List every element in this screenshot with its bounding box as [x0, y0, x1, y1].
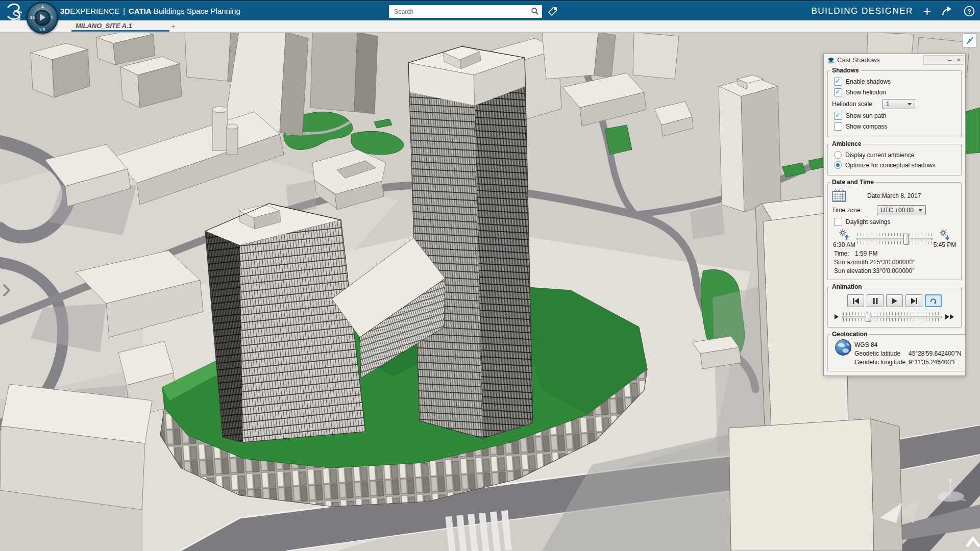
application-window: ♟ 3D ✎ V.R 3DEXPERIENCE|CATIA Buildings …	[0, 0, 980, 551]
shadows-group: Shadows Enable shadows Show heliodon Hel…	[827, 67, 962, 137]
add-content-button[interactable]: +	[923, 6, 931, 17]
search-icon[interactable]	[531, 7, 539, 15]
optimize-shadows-label: Optimize for conceptual shadows	[845, 162, 936, 169]
new-tab-button[interactable]: +	[171, 21, 176, 30]
datetime-group: Date and Time Date:March 8, 2017 Time zo…	[827, 179, 962, 280]
globe-icon	[835, 339, 852, 356]
current-ambience-row[interactable]: Display current ambience	[834, 151, 957, 159]
tab-label: MILANO_SITE A.1	[76, 22, 132, 30]
slider-ticks	[857, 233, 932, 236]
compass-north-icon[interactable]: ♟	[41, 5, 45, 9]
show-heliodon-row[interactable]: Show heliodon	[834, 88, 957, 96]
datetime-legend: Date and Time	[830, 179, 875, 186]
date-value: Date:March 8, 2017	[867, 192, 921, 199]
app-catia: CATIA	[129, 7, 152, 15]
enable-shadows-row[interactable]: Enable shadows	[834, 78, 957, 86]
brand-experience: EXPERIENCE	[70, 7, 119, 15]
app-name: Buildings Space Planning	[154, 7, 240, 15]
sunrise-time: 6:30 AM	[833, 241, 855, 248]
enable-shadows-checkbox[interactable]	[834, 78, 842, 86]
shadows-legend: Shadows	[830, 67, 861, 74]
current-ambience-label: Display current ambience	[845, 152, 914, 159]
panel-controls: – ×	[923, 55, 964, 65]
minimize-button[interactable]: –	[948, 57, 951, 63]
show-heliodon-checkbox[interactable]	[834, 88, 842, 96]
show-sunpath-checkbox[interactable]	[834, 112, 842, 120]
tag-icon[interactable]	[547, 6, 558, 17]
role-title: BUILDING DESIGNER	[812, 6, 913, 16]
optimize-shadows-radio[interactable]	[834, 161, 842, 169]
timezone-select[interactable]: UTC +00:00	[877, 205, 926, 215]
latitude-label: Geodetic latitude	[854, 350, 909, 357]
longitude-value: 9°11'35.246400"E	[909, 359, 957, 366]
tab-milano-site[interactable]: MILANO_SITE A.1	[71, 20, 169, 32]
animation-legend: Animation	[830, 283, 864, 290]
heliodon-scale-select[interactable]: 1	[883, 99, 915, 109]
daylight-savings-label: Daylight savings	[846, 218, 890, 226]
help-button[interactable]: ?	[964, 6, 975, 17]
speed-slider-thumb[interactable]	[866, 313, 871, 322]
right-tower	[408, 45, 533, 438]
longitude-label: Geodetic longitude	[854, 359, 909, 366]
cream-building	[729, 418, 902, 551]
3ds-logo[interactable]	[4, 3, 26, 21]
sunset-icon	[939, 229, 951, 241]
panel-title-bar[interactable]: Cast Shadows – ×	[824, 54, 965, 66]
slider-ticks	[843, 312, 941, 315]
time-slider-thumb[interactable]	[903, 234, 909, 245]
compass-east-icon[interactable]: ✎	[51, 15, 54, 20]
active-tab-underline	[71, 30, 169, 32]
compass-center[interactable]	[34, 10, 51, 26]
left-tower	[205, 204, 365, 442]
daylight-savings-row[interactable]: Daylight savings	[834, 218, 957, 226]
collapse-view-button[interactable]	[963, 33, 977, 47]
pause-button[interactable]	[867, 294, 884, 307]
calendar-icon[interactable]	[832, 189, 846, 203]
3dexperience-compass[interactable]: ♟ 3D ✎ V.R	[27, 2, 58, 34]
skip-to-start-button[interactable]	[847, 294, 864, 307]
animation-group: Animation	[827, 283, 962, 328]
geolocation-legend: Geolocation	[830, 331, 869, 338]
animation-speed-slider[interactable]	[842, 312, 942, 321]
chevron-down-icon	[908, 103, 912, 106]
daylight-savings-checkbox[interactable]	[834, 218, 842, 226]
time-value: 1:59 PM	[855, 250, 878, 257]
compass-west-label[interactable]: 3D	[30, 16, 35, 19]
compass-south-label[interactable]: V.R	[39, 28, 45, 31]
show-compass-checkbox[interactable]	[834, 122, 842, 131]
title-divider: |	[123, 7, 125, 15]
time-label: Time:	[834, 250, 849, 257]
current-time-row: Time: 1:59 PM	[834, 250, 957, 257]
ambience-legend: Ambience	[830, 140, 863, 147]
heliodon-scale-value: 1	[886, 101, 890, 108]
timezone-label: Time zone:	[832, 207, 862, 214]
slow-speed-icon	[834, 314, 839, 319]
ambience-group: Ambience Display current ambience Optimi…	[827, 140, 962, 176]
search-box[interactable]	[389, 5, 542, 18]
header-actions: BUILDING DESIGNER + ?	[812, 1, 975, 21]
sunrise-icon	[838, 229, 850, 241]
play-button[interactable]	[886, 294, 903, 307]
fast-speed-icon	[945, 314, 955, 319]
geodetic-datum: WGS 84	[854, 341, 877, 348]
document-tab-bar: MILANO_SITE A.1 +	[0, 20, 980, 33]
app-title: 3DEXPERIENCE|CATIA Buildings Space Plann…	[60, 7, 240, 15]
optimize-shadows-row[interactable]: Optimize for conceptual shadows	[834, 161, 957, 169]
search-input[interactable]	[393, 7, 523, 17]
collapse-arrows-icon	[965, 35, 975, 45]
slider-track[interactable]	[856, 238, 933, 240]
show-compass-row[interactable]: Show compass	[834, 122, 957, 131]
panel-title: Cast Shadows	[837, 56, 880, 64]
show-sunpath-row[interactable]: Show sun path	[834, 112, 957, 120]
share-button[interactable]	[941, 6, 953, 17]
svg-text:?: ?	[967, 8, 971, 15]
cast-shadows-panel: Cast Shadows – × Shadows Enable shadows …	[823, 54, 966, 376]
show-heliodon-label: Show heliodon	[846, 89, 886, 96]
skip-to-end-button[interactable]	[905, 294, 922, 307]
loop-button[interactable]	[925, 294, 942, 307]
current-ambience-radio[interactable]	[834, 151, 842, 159]
play-icon	[40, 14, 45, 21]
time-of-day-slider[interactable]	[856, 233, 933, 244]
close-button[interactable]: ×	[957, 57, 961, 63]
sunset-time: 5:45 PM	[934, 241, 957, 248]
